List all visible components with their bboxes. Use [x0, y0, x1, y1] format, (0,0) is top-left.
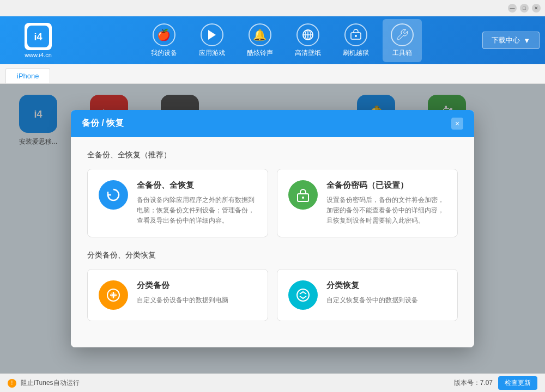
category-restore-content: 分类恢复 自定义恢复备份中的数据到设备	[326, 280, 418, 305]
logo-area: i4 www.i4.cn	[5, 23, 71, 58]
version-label: 版本号：7.07	[454, 378, 493, 388]
itunes-status-label: 阻止iTunes自动运行	[21, 378, 80, 388]
wallpapers-label: 高清壁纸	[295, 48, 321, 58]
modal-title: 备份 / 恢复	[82, 118, 124, 129]
nav-item-ringtones[interactable]: 🔔 酷炫铃声	[239, 19, 281, 62]
app-games-label: 应用游戏	[199, 48, 225, 58]
category-backup-desc: 自定义备份设备中的数据到电脑	[137, 295, 228, 305]
category-backup-title: 分类备份	[137, 280, 228, 291]
modal-body: 全备份、全恢复（推荐） 全备份、全恢复 备份设备内除应用程序之外的所有数据到	[71, 137, 474, 348]
nav-item-toolbox[interactable]: 工具箱	[383, 19, 422, 62]
nav-item-app-games[interactable]: 应用游戏	[191, 19, 233, 62]
status-bar: ! 阻止iTunes自动运行 版本号：7.07 检查更新	[0, 373, 545, 392]
category-restore-title: 分类恢复	[326, 280, 418, 291]
title-bar: — □ ✕	[0, 0, 545, 16]
wallpapers-icon	[296, 23, 319, 46]
itunes-status-icon: !	[8, 379, 16, 388]
category-restore-desc: 自定义恢复备份中的数据到设备	[326, 295, 418, 305]
main-content: i4 安装爱思移... ▶ 视频转移... SSH 打开 SSH 迅... 🔔 …	[0, 84, 545, 373]
ringtones-icon: 🔔	[249, 23, 271, 46]
full-backup-restore-title: 全备份、全恢复	[137, 180, 257, 191]
tab-iphone[interactable]: iPhone	[5, 68, 50, 83]
jailbreak-icon	[344, 23, 367, 46]
nav-item-jailbreak[interactable]: 刷机越狱	[335, 19, 377, 62]
modal-overlay: 备份 / 恢复 × 全备份、全恢复（推荐）	[0, 84, 545, 373]
full-backup-password-card[interactable]: 全备份密码（已设置） 设置备份密码后，备份的文件将会加密，加密的备份不能查看备份…	[277, 169, 458, 238]
jailbreak-label: 刷机越狱	[343, 48, 369, 58]
modal-header: 备份 / 恢复 ×	[71, 110, 474, 137]
tab-bar: iPhone	[0, 64, 545, 84]
modal-close-button[interactable]: ×	[451, 118, 463, 130]
full-backup-password-title: 全备份密码（已设置）	[326, 180, 446, 191]
full-backup-password-icon	[288, 180, 318, 210]
svg-point-12	[297, 289, 309, 301]
toolbox-label: 工具箱	[392, 48, 412, 58]
category-restore-icon	[288, 280, 318, 310]
full-backup-password-desc: 设置备份密码后，备份的文件将会加密，加密的备份不能查看备份中的详细内容，且恢复到…	[326, 195, 446, 226]
logo-icon: i4	[25, 23, 52, 50]
app-games-icon	[201, 23, 223, 46]
category-backup-card[interactable]: 分类备份 自定义备份设备中的数据到电脑	[87, 269, 268, 321]
nav-item-wallpapers[interactable]: 高清壁纸	[287, 19, 329, 62]
category-backup-grid: 分类备份 自定义备份设备中的数据到电脑	[87, 269, 458, 321]
backup-restore-modal: 备份 / 恢复 × 全备份、全恢复（推荐）	[71, 110, 474, 348]
nav-item-my-device[interactable]: 🍎 我的设备	[143, 19, 185, 62]
close-window-button[interactable]: ✕	[532, 4, 541, 13]
check-update-button[interactable]: 检查更新	[498, 376, 537, 390]
full-backup-restore-icon	[99, 180, 128, 210]
ringtones-label: 酷炫铃声	[247, 48, 273, 58]
full-backup-password-content: 全备份密码（已设置） 设置备份密码后，备份的文件将会加密，加密的备份不能查看备份…	[326, 180, 446, 226]
download-center-label: 下载中心	[492, 35, 520, 45]
section2-title: 分类备份、分类恢复	[87, 250, 458, 260]
nav-items: 🍎 我的设备 应用游戏 🔔 酷炫铃声	[82, 19, 482, 62]
status-left: ! 阻止iTunes自动运行	[8, 378, 80, 388]
svg-point-7	[355, 35, 357, 37]
category-backup-content: 分类备份 自定义备份设备中的数据到电脑	[137, 280, 228, 305]
section1-title: 全备份、全恢复（推荐）	[87, 150, 458, 160]
full-backup-restore-card[interactable]: 全备份、全恢复 备份设备内除应用程序之外的所有数据到电脑；恢复备份文件到设备；管…	[87, 169, 268, 238]
full-backup-restore-content: 全备份、全恢复 备份设备内除应用程序之外的所有数据到电脑；恢复备份文件到设备；管…	[137, 180, 257, 226]
minimize-button[interactable]: —	[508, 4, 517, 13]
svg-text:i4: i4	[34, 31, 42, 42]
toolbox-icon	[391, 23, 414, 46]
my-device-label: 我的设备	[151, 48, 177, 58]
svg-point-10	[302, 197, 304, 199]
full-backup-grid: 全备份、全恢复 备份设备内除应用程序之外的所有数据到电脑；恢复备份文件到设备；管…	[87, 169, 458, 238]
full-backup-restore-desc: 备份设备内除应用程序之外的所有数据到电脑；恢复备份文件到设备；管理备份，查看及导…	[137, 195, 257, 226]
category-restore-card[interactable]: 分类恢复 自定义恢复备份中的数据到设备	[277, 269, 458, 321]
status-right: 版本号：7.07 检查更新	[454, 376, 537, 390]
nav-bar: i4 www.i4.cn 🍎 我的设备 应用游戏 🔔 酷炫铃声	[0, 16, 545, 64]
my-device-icon: 🍎	[153, 23, 175, 46]
download-icon: ▼	[523, 36, 530, 45]
nav-right: 下载中心 ▼	[482, 32, 540, 49]
category-backup-icon	[99, 280, 128, 310]
window-controls: — □ ✕	[508, 4, 541, 13]
maximize-button[interactable]: □	[520, 4, 529, 13]
download-center-button[interactable]: 下载中心 ▼	[482, 32, 540, 49]
logo-text: www.i4.cn	[25, 52, 52, 58]
